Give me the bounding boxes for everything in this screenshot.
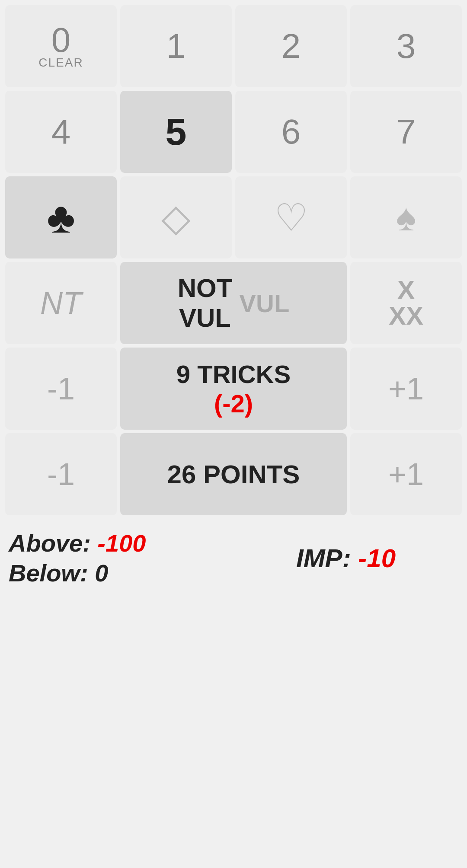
plus1a-label: +1 — [388, 371, 424, 406]
btn-3-label: 3 — [397, 29, 416, 64]
above-line: Above: -100 — [9, 529, 234, 557]
btn-5[interactable]: 5 — [120, 91, 232, 173]
btn-plus1a[interactable]: +1 — [350, 348, 462, 430]
btn-minus1b[interactable]: -1 — [5, 433, 117, 515]
btn-0-label: 0 — [51, 23, 71, 57]
btn-2-label: 2 — [281, 29, 301, 64]
btn-diamonds[interactable]: ◇ — [120, 176, 232, 258]
minus1b-label: -1 — [47, 456, 75, 492]
btn-4[interactable]: 4 — [5, 91, 117, 173]
score-left: Above: -100 Below: 0 — [9, 529, 234, 587]
plus1b-label: +1 — [388, 456, 424, 492]
btn-clubs[interactable]: ♣ — [5, 176, 117, 258]
imp-label: IMP: — [296, 544, 351, 573]
tricks-line1: 9 TRICKS — [176, 359, 291, 389]
below-line: Below: 0 — [9, 559, 234, 587]
btn-double[interactable]: X XX — [350, 262, 462, 344]
notvul-container: NOT VUL VUL — [178, 273, 290, 333]
btn-6[interactable]: 6 — [235, 91, 347, 173]
btn-minus1a[interactable]: -1 — [5, 348, 117, 430]
btn-notvul[interactable]: NOT VUL VUL — [120, 262, 347, 344]
btn-2[interactable]: 2 — [235, 5, 347, 87]
x-label: X — [397, 277, 415, 303]
notvul-label1: NOT — [178, 273, 233, 303]
double-container: X XX — [389, 277, 423, 329]
imp-line: IMP: -10 — [234, 543, 458, 573]
below-label: Below: — [9, 559, 88, 587]
btn-3[interactable]: 3 — [350, 5, 462, 87]
btn-points[interactable]: 26 POINTS — [120, 433, 347, 515]
diamonds-icon: ◇ — [161, 195, 191, 240]
minus1a-label: -1 — [47, 371, 75, 406]
spades-icon: ♠ — [396, 195, 416, 239]
score-right: IMP: -10 — [234, 543, 458, 573]
above-value: -100 — [97, 530, 146, 557]
xx-label: XX — [389, 303, 423, 329]
btn-6-label: 6 — [281, 115, 301, 149]
btn-4-label: 4 — [51, 115, 71, 149]
below-value: 0 — [95, 559, 108, 587]
btn-0-sub: CLEAR — [38, 56, 83, 70]
btn-1[interactable]: 1 — [120, 5, 232, 87]
notvul-label2: VUL — [178, 303, 233, 333]
points-label: 26 POINTS — [167, 460, 300, 489]
btn-nt[interactable]: NT — [5, 262, 117, 344]
btn-1-label: 1 — [166, 29, 186, 64]
score-area: Above: -100 Below: 0 IMP: -10 — [0, 520, 467, 591]
hearts-icon: ♡ — [274, 195, 308, 240]
btn-nt-label: NT — [40, 285, 82, 321]
btn-7[interactable]: 7 — [350, 91, 462, 173]
btn-plus1b[interactable]: +1 — [350, 433, 462, 515]
btn-spades[interactable]: ♠ — [350, 176, 462, 258]
btn-7-label: 7 — [397, 115, 416, 149]
btn-5-label: 5 — [166, 113, 187, 151]
tricks-line2: (-2) — [214, 389, 253, 418]
above-label: Above: — [9, 530, 91, 557]
btn-tricks[interactable]: 9 TRICKS (-2) — [120, 348, 347, 430]
btn-0[interactable]: 0 CLEAR — [5, 5, 117, 87]
btn-hearts[interactable]: ♡ — [235, 176, 347, 258]
clubs-icon: ♣ — [47, 193, 75, 243]
imp-value: -10 — [358, 544, 396, 573]
vul-label: VUL — [239, 289, 289, 318]
main-grid: 0 CLEAR 1 2 3 4 5 6 7 ♣ ◇ ♡ ♠ NT NOT — [0, 0, 467, 520]
